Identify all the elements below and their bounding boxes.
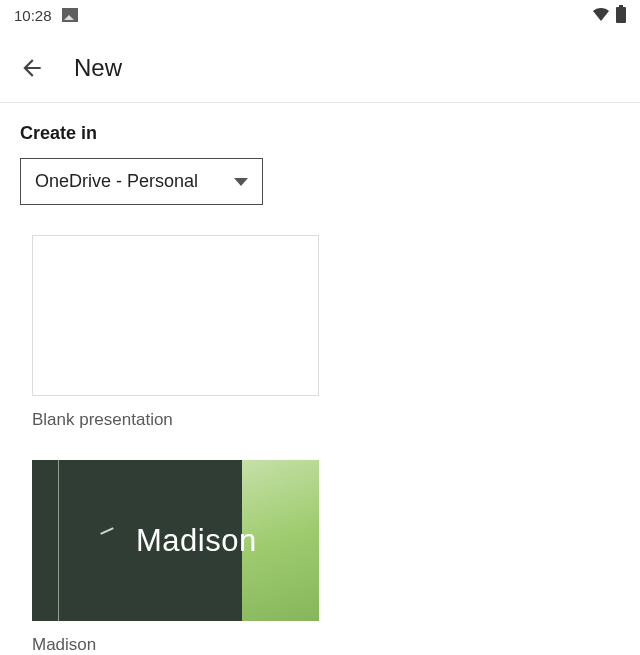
wifi-icon <box>592 8 610 22</box>
template-caption: Blank presentation <box>32 410 319 430</box>
page-title: New <box>74 54 122 82</box>
template-thumb-blank[interactable] <box>32 235 319 396</box>
create-in-label: Create in <box>20 123 620 144</box>
template-caption: Madison <box>32 635 319 655</box>
photo-icon <box>62 8 78 22</box>
status-left: 10:28 <box>14 7 78 24</box>
template-item-madison: Madison Madison <box>32 460 319 655</box>
template-preview-text: Madison <box>136 523 257 559</box>
status-right <box>592 7 626 23</box>
template-item-blank: Blank presentation <box>32 235 319 430</box>
app-header: New <box>0 40 640 96</box>
back-button[interactable] <box>18 54 46 82</box>
status-time: 10:28 <box>14 7 52 24</box>
create-in-dropdown[interactable]: OneDrive - Personal <box>20 158 263 205</box>
content-area: Create in OneDrive - Personal Blank pres… <box>0 103 640 655</box>
arrow-back-icon <box>19 55 45 81</box>
chevron-down-icon <box>234 178 248 186</box>
dropdown-value: OneDrive - Personal <box>35 171 198 192</box>
template-list: Blank presentation Madison Madison <box>20 235 620 655</box>
battery-icon <box>616 7 626 23</box>
status-bar: 10:28 <box>0 0 640 30</box>
template-thumb-madison[interactable]: Madison <box>32 460 319 621</box>
